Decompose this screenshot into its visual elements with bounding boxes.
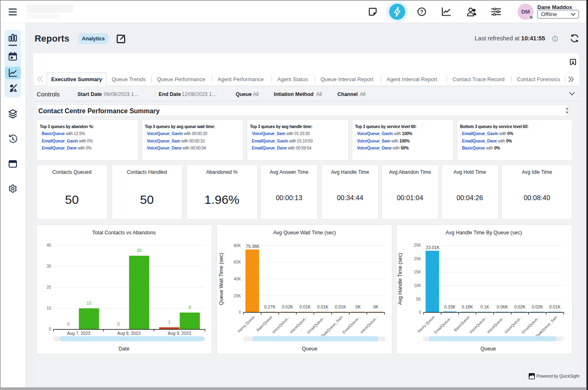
svg-text:VoiceQueue...: VoiceQueue... [469,315,488,334]
svg-text:0.01K: 0.01K [335,304,346,309]
svg-text:40: 40 [46,243,51,248]
svg-text:0.02K: 0.02K [532,304,543,309]
svg-text:Date: Date [118,346,129,352]
svg-text:0: 0 [67,322,69,327]
svg-text:0: 0 [239,310,241,315]
svg-text:35: 35 [136,248,141,253]
svg-text:Queue: Queue [480,346,496,352]
svg-text:20K: 20K [414,257,421,261]
svg-text:0.33K: 0.33K [444,304,455,309]
svg-text:BasicQueue: BasicQueue [255,315,273,332]
svg-text:0: 0 [117,322,119,327]
svg-text:EmailQueue...: EmailQueue... [306,315,326,334]
svg-text:20: 20 [46,285,51,290]
svg-text:0K: 0K [373,304,378,309]
svg-text:0.02K: 0.02K [282,304,293,309]
svg-text:0: 0 [49,327,51,332]
svg-text:0.18K: 0.18K [461,304,473,309]
svg-text:40K: 40K [234,277,241,281]
svg-text:EmailQueue...: EmailQueue... [521,315,540,334]
svg-text:10K: 10K [414,283,421,288]
svg-text:?: ? [420,9,423,15]
svg-text:0.01K: 0.01K [549,304,560,309]
svg-text:20K: 20K [234,294,241,298]
svg-text:0.02K: 0.02K [514,304,525,309]
svg-text:Avg Handle Time By Queue (sec): Avg Handle Time By Queue (sec) [445,230,522,236]
svg-text:15K: 15K [414,270,421,274]
svg-text:5K: 5K [416,297,421,301]
svg-text:VoiceQueue...: VoiceQueue... [271,315,290,334]
svg-text:VoiceQueue...: VoiceQueue... [486,315,505,334]
svg-text:Henry Queue: Henry Queue [417,315,435,334]
svg-text:0.1K: 0.1K [480,304,489,309]
svg-text:25K: 25K [414,243,421,248]
svg-text:EmailQueue...: EmailQueue... [342,315,361,334]
svg-text:VoiceQueue...: VoiceQueue... [504,315,523,334]
svg-text:Queue Wait Time (sec): Queue Wait Time (sec) [218,253,224,305]
svg-text:VoiceQueue...: VoiceQueue... [359,315,379,334]
svg-text:0: 0 [419,310,421,315]
svg-text:EmailQueue...: EmailQueue... [433,315,452,334]
svg-text:Queue: Queue [302,346,317,352]
svg-text:0.01K: 0.01K [317,304,328,309]
svg-text:BasicQueue: BasicQueue [453,315,470,332]
svg-text:Total Contacts vs Abandons: Total Contacts vs Abandons [92,230,155,236]
svg-text:0.27K: 0.27K [264,304,275,309]
svg-text:60K: 60K [234,260,241,264]
svg-text:0.01K: 0.01K [299,304,310,309]
svg-text:80K: 80K [234,243,241,248]
svg-text:Avg Handle Time (sec): Avg Handle Time (sec) [397,253,403,305]
svg-text:10: 10 [87,301,91,306]
svg-text:30: 30 [46,264,51,269]
svg-text:23.01K: 23.01K [426,245,439,250]
svg-text:8: 8 [188,305,191,310]
svg-text:Aug 7, 2023: Aug 7, 2023 [67,331,90,336]
svg-text:10: 10 [46,306,51,311]
svg-text:0.06K: 0.06K [497,304,508,309]
svg-text:Aug 9, 2023: Aug 9, 2023 [168,331,191,336]
svg-text:75.36K: 75.36K [246,244,259,249]
svg-text:Henry Queue: Henry Queue [237,315,255,334]
svg-text:Avg Queue Wait Time (sec): Avg Queue Wait Time (sec) [273,230,335,236]
svg-text:1: 1 [168,320,170,325]
svg-text:Aug 8, 2023: Aug 8, 2023 [117,331,141,336]
svg-text:0K: 0K [355,304,361,309]
svg-text:VoiceQueue...: VoiceQueue... [288,315,308,334]
